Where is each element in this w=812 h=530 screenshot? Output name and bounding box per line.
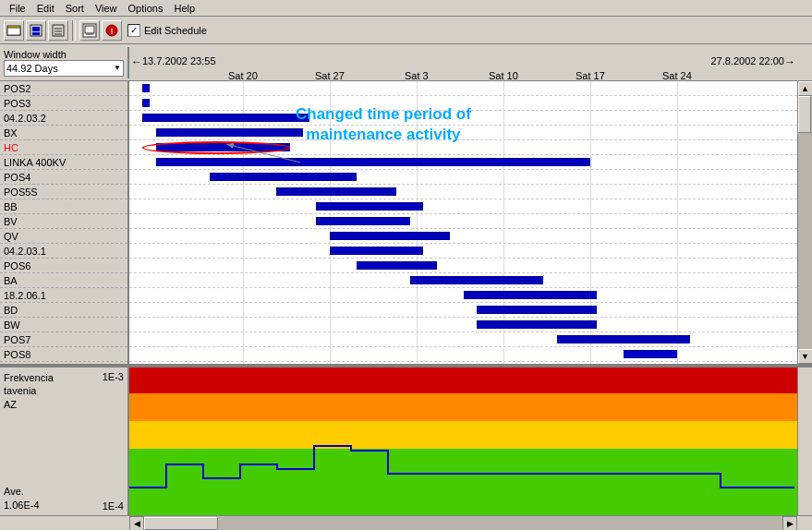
bottom-labels-panel: FrekvenciataveniaAZ 1E-3 Ave.1.06E-4 1E-…: [0, 367, 129, 515]
gantt-row: [129, 273, 797, 288]
gantt-row: [129, 214, 797, 229]
menu-help[interactable]: Help: [168, 3, 200, 14]
window-width-bar: Window width 44.92 Days ▼ ← 13.7.2002 23…: [0, 44, 812, 81]
gantt-row: [129, 244, 797, 259]
scroll-up-btn[interactable]: ▲: [798, 81, 813, 96]
gantt-row: [129, 140, 797, 155]
row-label-linka-400kv: LINKA 400KV: [0, 155, 127, 170]
bottom-chart-area: FrekvenciataveniaAZ 1E-3 Ave.1.06E-4 1E-…: [0, 366, 812, 515]
menu-options[interactable]: Options: [123, 3, 169, 14]
gantt-bar[interactable]: [557, 335, 691, 343]
sat-label-sat-27: Sat 27: [315, 70, 345, 81]
scroll-down-btn[interactable]: ▼: [798, 349, 813, 364]
toolbar-btn-3[interactable]: [48, 20, 68, 41]
toolbar-btn-5[interactable]: !: [102, 20, 122, 41]
edit-schedule-checkbox[interactable]: ✓: [127, 24, 140, 37]
menu-sort[interactable]: Sort: [60, 3, 90, 14]
bottom-frequency-chart[interactable]: [129, 367, 797, 515]
row-label-pos6: POS6: [0, 259, 127, 273]
svg-rect-10: [85, 26, 94, 33]
row-label-hc: HC: [0, 140, 127, 155]
row-label-pos2: POS2: [0, 81, 127, 96]
gantt-bar[interactable]: [624, 350, 677, 358]
gantt-bar[interactable]: [464, 291, 598, 299]
window-width-label: Window width: [4, 49, 124, 60]
row-label-pos5s: POS5S: [0, 185, 127, 199]
toolbar-sep-1: [72, 20, 76, 41]
scroll-track[interactable]: [798, 96, 813, 349]
gantt-row: [129, 81, 797, 96]
toolbar-btn-2[interactable]: [26, 20, 46, 41]
gantt-bar[interactable]: [316, 202, 423, 211]
menu-view[interactable]: View: [90, 3, 123, 14]
gantt-bar[interactable]: [156, 158, 590, 166]
gantt-bar[interactable]: [142, 99, 149, 107]
menu-bar: File Edit Sort View Options Help: [0, 0, 812, 17]
gantt-bar[interactable]: [316, 217, 409, 225]
gantt-bar[interactable]: [142, 84, 149, 92]
gantt-row: [129, 170, 797, 185]
gantt-row: [129, 155, 797, 170]
row-label-bx: BX: [0, 126, 127, 140]
row-labels-panel: POS2POS304.2.03.2BXHCLINKA 400KVPOS4POS5…: [0, 81, 129, 364]
scroll-right-btn[interactable]: ▶: [782, 516, 797, 531]
chart-red-zone: [129, 367, 797, 393]
dropdown-arrow-icon: ▼: [114, 64, 121, 72]
row-label-04.2.03.2: 04.2.03.2: [0, 111, 127, 126]
gantt-bar[interactable]: [276, 187, 396, 196]
gantt-bar[interactable]: [477, 306, 597, 314]
row-label-bd: BD: [0, 303, 127, 318]
sat-label-sat-24: Sat 24: [662, 70, 692, 81]
bottom-label-top: FrekvenciataveniaAZ: [4, 371, 54, 411]
row-label-04.2.03.1: 04.2.03.1: [0, 244, 127, 259]
chart-orange-zone: [129, 393, 797, 421]
chart-green-zone: [129, 449, 797, 515]
hscroll-track[interactable]: [144, 516, 782, 531]
gantt-bar[interactable]: [330, 247, 423, 255]
menu-edit[interactable]: Edit: [31, 3, 60, 14]
gantt-row: [129, 229, 797, 244]
row-label-pos4: POS4: [0, 170, 127, 185]
toolbar-btn-1[interactable]: [4, 20, 24, 41]
checkbox-check: ✓: [130, 25, 138, 35]
edit-schedule-label: Edit Schedule: [144, 25, 207, 36]
bottom-scale-top: 1E-3: [103, 371, 124, 382]
gantt-row: [129, 126, 797, 140]
gantt-bar[interactable]: [477, 320, 597, 329]
gantt-bar[interactable]: [330, 232, 450, 240]
gantt-bar[interactable]: [410, 276, 544, 284]
toolbar: ! ✓ Edit Schedule: [0, 17, 812, 44]
gantt-bar[interactable]: [156, 143, 290, 151]
svg-rect-3: [32, 27, 40, 31]
gantt-bar[interactable]: [357, 261, 437, 270]
chart-yellow-zone: [129, 421, 797, 449]
scroll-left-btn[interactable]: ◀: [129, 516, 144, 531]
horizontal-scrollbar[interactable]: ◀ ▶: [0, 515, 812, 530]
sat-label-sat-20: Sat 20: [228, 70, 258, 81]
main-area: POS2POS304.2.03.2BXHCLINKA 400KVPOS4POS5…: [0, 81, 812, 366]
gantt-row: [129, 199, 797, 214]
menu-file[interactable]: File: [4, 3, 31, 14]
gantt-bar[interactable]: [156, 128, 303, 137]
bottom-label-bottom: Ave.1.06E-4: [4, 485, 40, 512]
edit-schedule-area: ✓ Edit Schedule: [127, 24, 207, 37]
svg-rect-1: [7, 28, 20, 35]
row-label-pos7: POS7: [0, 332, 127, 347]
bottom-scale-bottom: 1E-4: [103, 500, 124, 512]
row-label-18.2.06.1: 18.2.06.1: [0, 288, 127, 303]
gantt-row: [129, 318, 797, 332]
svg-rect-4: [32, 32, 40, 35]
window-width-dropdown[interactable]: 44.92 Days ▼: [4, 60, 124, 77]
vertical-scrollbar[interactable]: ▲ ▼: [797, 81, 812, 364]
gantt-bar[interactable]: [142, 114, 309, 122]
gantt-row: [129, 111, 797, 126]
gantt-row: [129, 332, 797, 347]
sat-label-sat-10: Sat 10: [489, 70, 518, 81]
gantt-chart-area[interactable]: Changed time period ofmaintenance activi…: [129, 81, 797, 364]
gantt-row: [129, 185, 797, 199]
gantt-bar[interactable]: [210, 173, 357, 181]
gantt-row: [129, 303, 797, 318]
toolbar-btn-4[interactable]: [79, 20, 100, 41]
sat-label-sat-3: Sat 3: [405, 70, 429, 81]
gantt-row: [129, 347, 797, 362]
